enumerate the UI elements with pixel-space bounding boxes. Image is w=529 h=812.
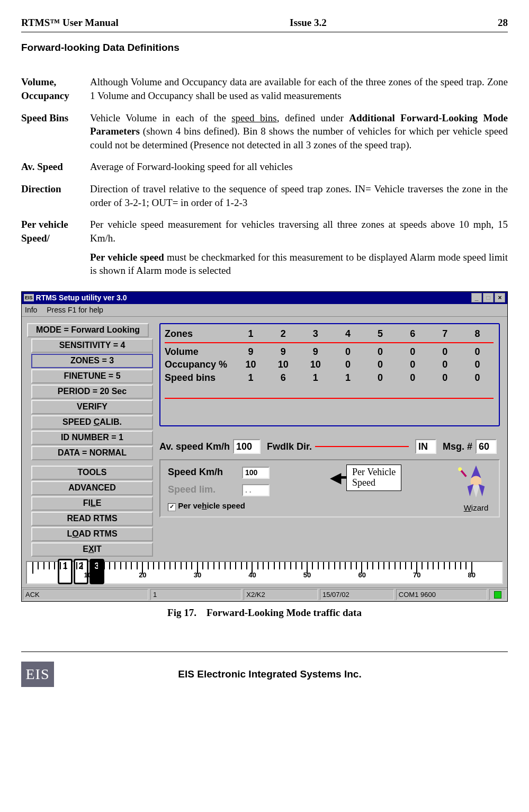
speed-value[interactable]: 100 (242, 467, 270, 479)
msg-value[interactable]: 60 (476, 439, 497, 454)
header-center: Issue 3.2 (290, 16, 327, 30)
ruler: 1 2 3 1020304050607080 (26, 561, 503, 584)
row-speedbins: Speed bins (165, 371, 235, 384)
header-right: 28 (498, 16, 508, 30)
btn-sensitivity[interactable]: SENSITIVITY = 4 (31, 338, 153, 353)
btn-finetune[interactable]: FINETUNE = 5 (31, 369, 153, 383)
figure-caption: Fig 17. Forward-Looking Mode traffic dat… (21, 606, 508, 620)
status-date: 15/07/02 (320, 589, 394, 601)
maximize-button[interactable]: □ (483, 293, 494, 302)
close-button[interactable]: × (495, 293, 505, 302)
msg-label: Msg. # (443, 440, 472, 453)
status-x2k2: X2/K2 (244, 589, 318, 601)
header-left: RTMS™ User Manual (21, 16, 119, 30)
section-title: Forward-looking Data Definitions (21, 41, 508, 55)
btn-readrtms[interactable]: READ RTMS (31, 512, 153, 526)
body-perveh: Per vehicle speed measurement for vehicl… (90, 216, 508, 284)
wizard-icon (458, 463, 495, 500)
btn-advanced[interactable]: ADVANCED (31, 481, 153, 495)
menubar: Info Press F1 for help (22, 304, 507, 317)
speed-label: Speed Km/h (168, 466, 237, 478)
btn-mode[interactable]: MODE = Forward Looking (27, 323, 149, 337)
menu-help[interactable]: Press F1 for help (47, 306, 103, 314)
body-speedbins: Vehicle Volume in each of the speed bins… (90, 109, 508, 158)
btn-data[interactable]: DATA = NORMAL (31, 446, 153, 460)
minimize-button[interactable]: _ (471, 293, 482, 302)
data-grid-outline: Zones 12345678 Volume 99900000 Occupancy… (159, 323, 500, 426)
led-icon (494, 591, 501, 599)
speedlim-value: . . (242, 484, 270, 496)
page-header: RTMS™ User Manual Issue 3.2 28 (21, 16, 508, 32)
speedlim-label: Speed lim. (168, 483, 237, 496)
statusbar: ACK 1 X2/K2 15/07/02 COM1 9600 (22, 587, 507, 602)
footer-text: EIS Electronic Integrated Systems Inc. (64, 667, 508, 681)
app-screenshot: EIS RTMS Setup utility ver 3.0 _ □ × Inf… (21, 291, 508, 602)
status-1: 1 (150, 589, 241, 601)
checkbox-per-vehicle[interactable]: ✓ Per vehicle speed (168, 501, 491, 511)
btn-file[interactable]: FILE (31, 496, 153, 511)
status-com: COM1 9600 (396, 589, 487, 601)
btn-speedcalib[interactable]: SPEED CALIB. (31, 415, 153, 430)
row-occupancy: Occupancy % (165, 358, 235, 371)
mid-row: Av. speed Km/h 100 Fwdlk Dir. IN Msg. # … (159, 439, 500, 454)
term-direction: Direction (21, 180, 90, 216)
dir-value[interactable]: IN (415, 439, 436, 454)
app-icon: EIS (24, 294, 34, 301)
svg-point-6 (458, 467, 462, 471)
status-led (489, 589, 506, 601)
row-volume: Volume (165, 345, 235, 358)
dir-label: Fwdlk Dir. (267, 440, 312, 453)
titlebar: EIS RTMS Setup utility ver 3.0 _ □ × (22, 292, 507, 304)
body-direction: Direction of travel relative to the sequ… (90, 180, 508, 216)
btn-verify[interactable]: VERIFY (31, 400, 153, 414)
btn-loadrtms[interactable]: LOAD RTMS (31, 527, 153, 541)
arrow-icon: ◀━ (330, 468, 346, 488)
btn-zones[interactable]: ZONES = 3 (31, 354, 153, 368)
left-panel: MODE = Forward Looking SENSITIVITY = 4 Z… (27, 323, 149, 558)
window-title: RTMS Setup utility ver 3.0 (36, 293, 127, 303)
avspeed-value[interactable]: 100 (233, 439, 261, 454)
body-volume: Although Volume and Occupancy data are a… (90, 73, 508, 109)
btn-period[interactable]: PERIOD = 20 Sec (31, 385, 153, 399)
svg-marker-2 (472, 485, 480, 497)
btn-idnumber[interactable]: ID NUMBER = 1 (31, 431, 153, 445)
speed-panel: Speed Km/h 100 Speed lim. . . ✓ Per vehi… (159, 459, 500, 517)
svg-marker-4 (479, 484, 485, 496)
btn-exit[interactable]: EXIT (31, 542, 153, 557)
callout-per-vehicle: ◀━ Per Vehicle Speed (330, 465, 401, 491)
btn-tools[interactable]: TOOLS (31, 466, 153, 480)
status-ack: ACK (23, 589, 148, 601)
term-perveh: Per vehicle Speed/ (21, 216, 90, 284)
page-footer: EIS EIS Electronic Integrated Systems In… (21, 652, 508, 687)
body-avspeed: Average of Forward-looking speed for all… (90, 158, 508, 180)
menu-info[interactable]: Info (25, 306, 37, 314)
term-speedbins: Speed Bins (21, 109, 90, 158)
definitions-table: Volume, Occupancy Although Volume and Oc… (21, 73, 508, 284)
wizard-area[interactable]: Wizard (458, 463, 495, 513)
term-avspeed: Av. Speed (21, 158, 90, 180)
term-volume: Volume, Occupancy (21, 73, 90, 109)
lane-3: 3 (89, 559, 104, 584)
row-zones: Zones (165, 327, 235, 340)
eis-logo: EIS (21, 662, 54, 687)
svg-marker-3 (468, 484, 474, 496)
avspeed-label: Av. speed Km/h (159, 440, 230, 453)
right-panel: Zones 12345678 Volume 99900000 Occupancy… (149, 323, 507, 558)
